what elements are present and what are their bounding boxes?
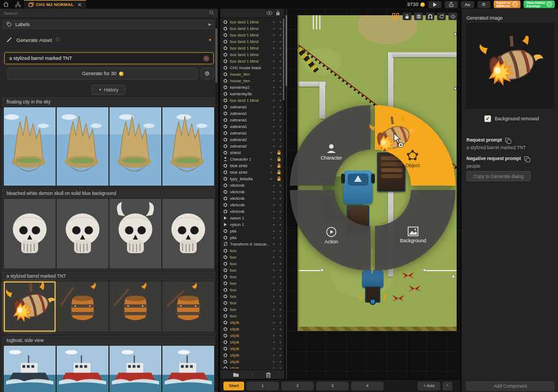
generated-thumbnail[interactable]	[57, 199, 108, 268]
visibility-toggle[interactable]	[273, 283, 275, 284]
generated-thumbnail[interactable]	[162, 107, 214, 186]
object-list-item[interactable]: vikricnik	[220, 188, 284, 195]
generate-asset-header[interactable]: Generate Asset ⓘ ▼	[2, 35, 216, 45]
visibility-toggle[interactable]	[270, 165, 272, 167]
object-list-item[interactable]: zabrana1	[220, 130, 284, 136]
lock-toggle[interactable]	[280, 185, 281, 186]
play-button[interactable]	[428, 1, 441, 8]
visibility-toggle[interactable]	[273, 217, 275, 219]
visibility-toggle[interactable]	[270, 171, 272, 173]
visibility-toggle[interactable]	[273, 276, 275, 278]
lock-toggle[interactable]	[280, 354, 281, 356]
grid-button[interactable]	[414, 13, 423, 20]
object-list-item[interactable]: box	[220, 254, 284, 260]
lock-icon[interactable]	[277, 150, 281, 155]
lock-toggle[interactable]	[280, 106, 281, 108]
lock-toggle[interactable]	[280, 263, 281, 265]
lock-toggle[interactable]	[280, 54, 281, 56]
scene-tab-4[interactable]: 4	[351, 382, 384, 390]
object-list-item[interactable]: Character 1	[220, 156, 284, 162]
object-list-item[interactable]: zabrana2	[220, 136, 284, 143]
visibility-toggle[interactable]	[270, 158, 272, 160]
visibility-toggle[interactable]	[273, 204, 275, 206]
lock-toggle[interactable]	[280, 21, 281, 23]
object-list-item[interactable]: box land 1 blind	[220, 51, 284, 58]
visibility-toggle[interactable]	[273, 126, 275, 127]
radial-option-character[interactable]: Character	[310, 144, 353, 161]
generated-thumbnail[interactable]	[110, 346, 161, 392]
lock-toggle[interactable]	[280, 67, 281, 69]
lock-toggle[interactable]	[280, 139, 281, 140]
background-removed-checkbox[interactable]: ✓	[484, 115, 491, 122]
lock-toggle[interactable]	[280, 28, 281, 29]
share-button[interactable]	[445, 1, 458, 8]
lock-toggle[interactable]	[280, 309, 281, 310]
visibility-toggle[interactable]	[273, 302, 275, 304]
lock-toggle[interactable]	[280, 204, 281, 206]
lock-icon[interactable]	[277, 157, 281, 162]
lock-toggle[interactable]	[280, 198, 281, 199]
object-list-item[interactable]: pila	[220, 234, 284, 241]
lock-icon[interactable]	[277, 176, 281, 181]
settings-button[interactable]: ⚙	[477, 1, 490, 8]
object-list-item[interactable]: vikricnik	[220, 201, 284, 208]
lock-toggle[interactable]	[280, 296, 281, 297]
generated-thumbnail[interactable]	[57, 107, 108, 186]
search-input[interactable]	[0, 11, 209, 16]
object-list-item[interactable]: vikricnik	[220, 182, 284, 188]
object-list-item[interactable]: house_tien	[220, 77, 284, 84]
object-list-item[interactable]: box	[220, 306, 284, 313]
bird[interactable]	[391, 294, 405, 303]
object-list-item[interactable]: box	[220, 286, 284, 293]
scene-tab-start[interactable]: Start	[223, 382, 244, 390]
object-list-item[interactable]: box land 1 blind	[220, 97, 284, 103]
visibility-toggle[interactable]	[273, 263, 275, 265]
object-list-item[interactable]: vikricnik	[220, 195, 284, 201]
multi-select-icon[interactable]	[392, 13, 400, 20]
visibility-toggle[interactable]	[273, 80, 275, 82]
visibility-toggle[interactable]	[273, 191, 275, 193]
history-button[interactable]: ▼ History	[92, 85, 125, 95]
labels-section-header[interactable]: Labels ▶	[2, 20, 216, 29]
generate-button[interactable]: Generate for 30	[8, 68, 198, 79]
visibility-toggle[interactable]	[273, 341, 275, 343]
flip-button[interactable]	[448, 13, 457, 20]
object-list-item[interactable]: box	[220, 293, 284, 299]
visibility-toggle[interactable]	[273, 309, 275, 310]
lock-toggle[interactable]	[280, 34, 281, 36]
object-list-item[interactable]: stlpik	[220, 332, 284, 339]
tab-close-icon[interactable]: ✕	[77, 2, 82, 8]
object-list-item[interactable]: zabrana1	[220, 117, 284, 123]
object-list-item[interactable]: CH1 house black	[220, 64, 284, 71]
folder-button[interactable]	[220, 372, 252, 377]
object-list-item[interactable]: pila	[220, 228, 284, 234]
copy-to-generate-button[interactable]: Copy to Generate dialog	[466, 171, 531, 181]
tab-scene[interactable]: CH1 M2 NORMAL ✕	[24, 0, 86, 9]
scene-tab-2[interactable]: 2	[281, 382, 314, 390]
lock-toggle[interactable]	[280, 256, 281, 258]
lock-toggle[interactable]	[280, 270, 281, 271]
visibility-toggle[interactable]	[273, 139, 275, 140]
object-list-item[interactable]: box	[220, 267, 284, 273]
object-list-item[interactable]: stlpik	[220, 326, 284, 332]
lock-toggle[interactable]	[280, 322, 281, 323]
lock-toggle[interactable]	[280, 276, 281, 278]
visibility-toggle[interactable]	[273, 354, 275, 356]
object-list-item[interactable]: box land 1 blind	[220, 45, 284, 51]
visibility-toggle[interactable]	[273, 270, 275, 271]
lock-toggle[interactable]	[280, 145, 281, 147]
lock-toggle[interactable]	[280, 47, 281, 49]
visibility-toggle[interactable]	[273, 106, 275, 108]
add-component-button[interactable]: Add Component	[466, 381, 555, 391]
lock-toggle[interactable]	[280, 87, 281, 88]
magnet-button[interactable]	[426, 13, 434, 20]
generated-thumbnail[interactable]	[4, 107, 56, 186]
generated-thumbnail[interactable]	[162, 199, 214, 268]
object-list-item[interactable]: box land 1 blind	[220, 38, 284, 45]
object-list-item[interactable]: box	[220, 280, 284, 286]
object-list-item[interactable]: zabrana1	[220, 110, 284, 117]
log-pile[interactable]	[317, 54, 350, 76]
lock-toggle[interactable]	[280, 132, 281, 134]
lock-toggle[interactable]	[280, 100, 281, 101]
visibility-toggle[interactable]	[273, 60, 275, 62]
